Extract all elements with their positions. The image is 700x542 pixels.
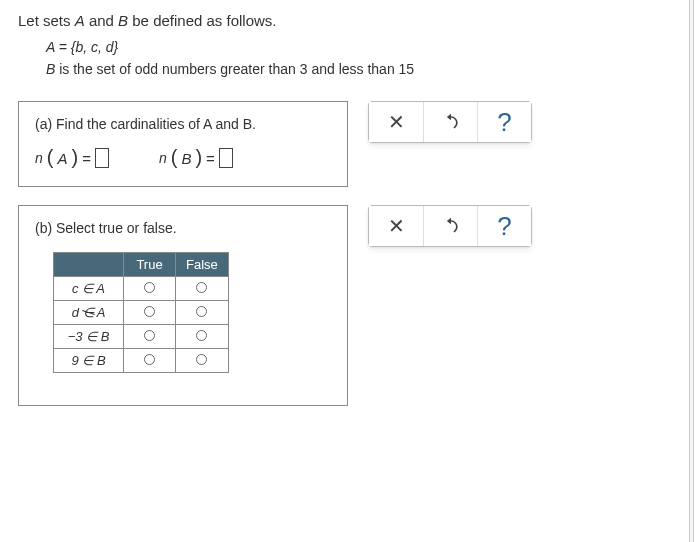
close-icon: ✕ xyxy=(388,110,405,134)
n-of-B-input[interactable] xyxy=(219,148,233,168)
radio-icon xyxy=(144,282,155,293)
help-button[interactable]: ? xyxy=(477,102,531,142)
radio-false[interactable] xyxy=(176,301,229,325)
radio-true[interactable] xyxy=(124,349,176,373)
radio-true[interactable] xyxy=(124,277,176,301)
radio-true[interactable] xyxy=(124,325,176,349)
radio-icon xyxy=(196,282,207,293)
radio-false[interactable] xyxy=(176,277,229,301)
help-icon: ? xyxy=(497,107,511,138)
part-a-toolbar: ✕ ? xyxy=(368,101,532,143)
close-button[interactable]: ✕ xyxy=(369,102,423,142)
row-statement: −3 ∈ B xyxy=(54,325,124,349)
close-icon: ✕ xyxy=(388,214,405,238)
row-statement: d ∈ A xyxy=(54,301,124,325)
help-button[interactable]: ? xyxy=(477,206,531,246)
undo-button[interactable] xyxy=(423,102,477,142)
intro-text: Let sets A and B be defined as follows. xyxy=(18,12,682,29)
radio-icon xyxy=(196,306,207,317)
header-false: False xyxy=(176,253,229,277)
part-b-panel: (b) Select true or false. True False c ∈… xyxy=(18,205,348,406)
radio-false[interactable] xyxy=(176,349,229,373)
close-button[interactable]: ✕ xyxy=(369,206,423,246)
set-A-definition: A = {b, c, d} xyxy=(46,39,682,55)
help-icon: ? xyxy=(497,211,511,242)
header-true: True xyxy=(124,253,176,277)
radio-true[interactable] xyxy=(124,301,176,325)
undo-icon xyxy=(441,112,461,132)
part-a-panel: (a) Find the cardinalities of A and B. n… xyxy=(18,101,348,187)
radio-false[interactable] xyxy=(176,325,229,349)
part-a-prompt: (a) Find the cardinalities of A and B. xyxy=(35,116,331,132)
n-of-A-expression: n(A) = xyxy=(35,148,109,168)
radio-icon xyxy=(196,330,207,341)
true-false-table: True False c ∈ Ad ∈ A−3 ∈ B9 ∈ B xyxy=(53,252,229,373)
scrollbar-track[interactable] xyxy=(689,0,694,542)
n-of-A-input[interactable] xyxy=(95,148,109,168)
undo-icon xyxy=(441,216,461,236)
radio-icon xyxy=(144,354,155,365)
table-row: c ∈ A xyxy=(54,277,229,301)
undo-button[interactable] xyxy=(423,206,477,246)
table-corner xyxy=(54,253,124,277)
part-b-toolbar: ✕ ? xyxy=(368,205,532,247)
part-b-prompt: (b) Select true or false. xyxy=(35,220,331,236)
table-row: d ∈ A xyxy=(54,301,229,325)
table-row: −3 ∈ B xyxy=(54,325,229,349)
radio-icon xyxy=(144,306,155,317)
table-row: 9 ∈ B xyxy=(54,349,229,373)
row-statement: c ∈ A xyxy=(54,277,124,301)
n-of-B-expression: n(B) = xyxy=(159,148,233,168)
row-statement: 9 ∈ B xyxy=(54,349,124,373)
set-B-definition: B is the set of odd numbers greater than… xyxy=(46,61,682,77)
radio-icon xyxy=(144,330,155,341)
radio-icon xyxy=(196,354,207,365)
